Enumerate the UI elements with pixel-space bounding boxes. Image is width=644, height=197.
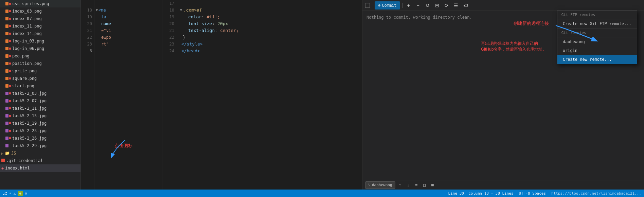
sync-button[interactable]: ⟳ bbox=[443, 1, 451, 10]
sidebar-item-task5-2_23[interactable]: task5-2_23.jpg bbox=[0, 127, 80, 135]
grid-button[interactable]: ⊞ bbox=[429, 182, 436, 189]
check-icon[interactable]: ✓ bbox=[9, 191, 12, 196]
line-number: 20 bbox=[83, 20, 92, 27]
jpg-icon4 bbox=[5, 113, 11, 119]
push-button[interactable]: ↑ bbox=[397, 182, 404, 189]
jpg-icon8 bbox=[5, 143, 11, 148]
sidebar-item-log_in_03[interactable]: log-in_03.png bbox=[0, 37, 80, 45]
branch-name: daohewang bbox=[372, 183, 392, 187]
add-button[interactable]: + bbox=[405, 1, 413, 10]
sidebar-item-index-html[interactable]: ◈ index.html bbox=[0, 164, 80, 172]
sidebar-item-peo[interactable]: peo.png bbox=[0, 52, 80, 60]
settings-icon[interactable]: ⚙ bbox=[25, 191, 27, 196]
sidebar-item-JS[interactable]: ▷ 📁 JS bbox=[0, 149, 80, 157]
jpg-icon5 bbox=[5, 121, 11, 126]
sidebar-item-log_in_06[interactable]: log-in_06.png bbox=[0, 45, 80, 52]
main-line-num: 21 bbox=[165, 27, 174, 34]
sidebar-item-css_sprites[interactable]: css_sprites.png bbox=[0, 0, 80, 7]
line-number: 19 bbox=[83, 14, 92, 20]
line-number: 21 bbox=[83, 27, 92, 34]
sidebar-item-index_14[interactable]: index_14.png bbox=[0, 30, 80, 37]
sidebar-item-position[interactable]: position.png bbox=[0, 60, 80, 67]
sidebar-item-start[interactable]: start.png bbox=[0, 82, 80, 90]
git-bottom-toolbar: ⑂ daohewang ↑ ↓ ≡ □ ⊞ bbox=[362, 180, 644, 190]
sidebar-item-label: task5-2_23.jpg bbox=[12, 128, 47, 133]
jpg-icon2 bbox=[5, 98, 11, 104]
refresh-button[interactable]: ↺ bbox=[424, 1, 432, 10]
commit-button[interactable]: ⊕ Commit bbox=[375, 1, 400, 10]
remotes-dropdown[interactable]: Git-FTP remotes Create new Git-FTP remot… bbox=[557, 10, 637, 64]
menu-button[interactable]: ☰ bbox=[452, 1, 460, 10]
sidebar-item-label: task5-2_15.jpg bbox=[12, 113, 47, 118]
sidebar-item-task5-2_03[interactable]: task5-2_03.jpg bbox=[0, 90, 80, 97]
line-number bbox=[83, 0, 92, 7]
tag-button[interactable]: 🏷 bbox=[462, 1, 470, 10]
sidebar-item-index_03[interactable]: index_03.png bbox=[0, 7, 80, 15]
daohewang-remote-item[interactable]: daohewang bbox=[557, 37, 637, 46]
jpg-icon1 bbox=[5, 91, 11, 96]
png-icon8 bbox=[5, 53, 11, 59]
code-panel-left: ▼ <me ta name ="vi ewpo rt" bbox=[94, 0, 162, 190]
git-ftp-section-header: Git-FTP remotes bbox=[557, 11, 637, 19]
main-line-num: 19 bbox=[165, 14, 174, 20]
sidebar-item-task5-2_19[interactable]: task5-2_19.jpg bbox=[0, 120, 80, 127]
sidebar-item-task5-2_07[interactable]: task5-2_07.jpg bbox=[0, 97, 80, 105]
commit-checkbox[interactable] bbox=[365, 3, 370, 8]
git-icon: ⊕ bbox=[378, 3, 380, 8]
sidebar-item-index_11[interactable]: index_11.png bbox=[0, 22, 80, 30]
warning-icon[interactable]: ⚠ bbox=[14, 191, 16, 196]
create-new-remote-item[interactable]: Create new remote... bbox=[557, 55, 637, 64]
png-icon6 bbox=[5, 38, 11, 44]
sidebar-item-label: index.html bbox=[5, 166, 30, 171]
main-line-num: 20 bbox=[165, 20, 174, 27]
sidebar-item-square[interactable]: square.png bbox=[0, 75, 80, 82]
sidebar-item-task5-2_11[interactable]: task5-2_11.jpg bbox=[0, 105, 80, 112]
sidebar-item-label: sprite.png bbox=[12, 69, 37, 73]
png-icon12 bbox=[5, 83, 11, 89]
nothing-to-commit-text: Nothing to commit, working directory cle… bbox=[366, 15, 472, 20]
diff-button[interactable]: ⊟ bbox=[433, 1, 441, 10]
sidebar-item-label: .git-credential bbox=[6, 158, 43, 163]
pull-button[interactable]: ↓ bbox=[405, 182, 412, 189]
sidebar-item-label: task5-2_26.jpg bbox=[12, 136, 47, 141]
main-line-num: 17 bbox=[165, 0, 174, 7]
png-icon9 bbox=[5, 61, 11, 66]
sidebar-item-label: peo.png bbox=[12, 54, 30, 58]
jpg-icon7 bbox=[5, 136, 11, 141]
remove-button[interactable]: − bbox=[414, 1, 422, 10]
png-icon bbox=[5, 1, 11, 6]
main-line-num: 23 bbox=[165, 41, 174, 48]
main-code-content[interactable]: ▼ .com>a{ color: #fff; font-size: 20px t… bbox=[177, 0, 362, 190]
origin-remote-item[interactable]: origin bbox=[557, 46, 637, 55]
status-bar: ⎇ ✓ ⚠ ⊕ ⚙ Line 30, Column 18 — 38 Lines … bbox=[0, 190, 644, 197]
url-text: https://blog.csdn.net/lishimdebaoai21... bbox=[551, 191, 641, 196]
png-icon7 bbox=[5, 46, 11, 51]
png-icon4 bbox=[5, 23, 11, 29]
source-control-icon[interactable]: ⎇ bbox=[3, 191, 7, 196]
stash-button[interactable]: □ bbox=[421, 182, 428, 189]
main-line-num: 24 bbox=[165, 48, 174, 54]
sidebar-item-index_07[interactable]: index_07.png bbox=[0, 15, 80, 22]
git-toolbar: ⊕ Commit + − ↺ ⊟ ⟳ ☰ 🏷 bbox=[362, 0, 644, 11]
sidebar-item-task5-2_26[interactable]: task5-2_26.jpg bbox=[0, 135, 80, 142]
sidebar-item-task5-2_15[interactable]: task5-2_15.jpg bbox=[0, 112, 80, 120]
status-bar-right: Line 30, Column 18 — 38 Lines UTF-8 Spac… bbox=[448, 191, 641, 196]
sidebar-item-label: task5-2_07.jpg bbox=[12, 98, 47, 103]
sidebar-item-label: task5-2_03.jpg bbox=[12, 91, 47, 96]
png-icon5 bbox=[5, 31, 11, 36]
branch-button[interactable]: ⑂ daohewang bbox=[365, 181, 395, 189]
sidebar-item-label: task5-2_29.jpg bbox=[12, 143, 47, 148]
create-git-ftp-remote-item[interactable]: Create new Git-FTP remote... bbox=[557, 19, 637, 28]
jpg-icon6 bbox=[5, 128, 11, 133]
sidebar-item-task5-2_29[interactable]: task5-2_29.jpg bbox=[0, 142, 80, 149]
png-icon10 bbox=[5, 68, 11, 74]
line-number: 22 bbox=[83, 34, 92, 41]
sidebar-item-git-credential[interactable]: .git-credential bbox=[0, 157, 80, 164]
line-number: 23 bbox=[83, 41, 92, 48]
git-branch-icon[interactable]: ⊕ bbox=[18, 191, 23, 196]
sidebar-item-sprite[interactable]: sprite.png bbox=[0, 67, 80, 75]
jpg-icon3 bbox=[5, 106, 11, 111]
sidebar-item-label: index_07.png bbox=[12, 16, 42, 21]
main-line-num: 18 bbox=[165, 7, 174, 14]
fetch-button[interactable]: ≡ bbox=[413, 182, 420, 189]
